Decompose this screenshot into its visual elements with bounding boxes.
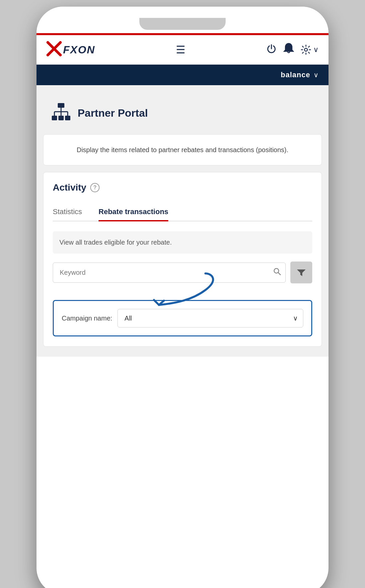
- search-input[interactable]: [53, 263, 286, 283]
- power-icon[interactable]: [266, 43, 277, 56]
- logo: FXON: [46, 41, 95, 58]
- header: FXON ☰: [36, 35, 328, 65]
- campaign-select[interactable]: All: [117, 309, 303, 327]
- rebate-description: View all trades eligible for your rebate…: [53, 231, 312, 254]
- tab-statistics[interactable]: Statistics: [53, 203, 82, 221]
- portal-header: Partner Portal: [43, 95, 322, 131]
- balance-chevron-icon: ∨: [314, 71, 319, 79]
- campaign-row: Campaign name: All ∨: [62, 309, 303, 327]
- tab-rebate-transactions[interactable]: Rebate transactions: [99, 203, 168, 221]
- settings-chevron: ∨: [313, 45, 319, 54]
- search-area: [53, 262, 312, 293]
- campaign-select-wrap: All ∨: [117, 309, 303, 327]
- phone-frame: FXON ☰: [36, 7, 328, 588]
- logo-x-icon: [46, 41, 62, 58]
- portal-title: Partner Portal: [78, 107, 148, 119]
- svg-rect-4: [58, 103, 64, 108]
- search-input-wrap: [53, 263, 286, 283]
- phone-top: [36, 7, 328, 33]
- balance-bar[interactable]: balance ∨: [36, 65, 328, 85]
- svg-point-3: [304, 48, 307, 51]
- activity-title: Activity: [53, 182, 86, 193]
- tabs: Statistics Rebate transactions: [53, 203, 312, 221]
- hamburger-menu[interactable]: ☰: [176, 44, 185, 55]
- search-icon[interactable]: [273, 267, 281, 277]
- activity-header: Activity ?: [53, 182, 312, 193]
- search-area-wrap: [53, 262, 312, 293]
- activity-section: Activity ? Statistics Rebate transaction…: [43, 172, 322, 347]
- rebate-description-text: View all trades eligible for your rebate…: [59, 239, 306, 246]
- svg-line-14: [278, 273, 281, 275]
- description-text: Display the items related to partner reb…: [53, 145, 312, 155]
- notch: [139, 18, 226, 30]
- partner-portal-icon: [51, 102, 71, 124]
- settings-group[interactable]: ∨: [301, 44, 319, 55]
- svg-rect-5: [52, 116, 57, 120]
- campaign-filter: Campaign name: All ∨: [53, 300, 312, 336]
- svg-rect-6: [58, 116, 64, 120]
- campaign-label: Campaign name:: [62, 315, 112, 322]
- svg-line-2: [54, 42, 60, 49]
- balance-label: balance: [281, 71, 310, 79]
- bell-icon[interactable]: [283, 43, 294, 57]
- description-card: Display the items related to partner reb…: [43, 134, 322, 165]
- filter-button[interactable]: [290, 262, 312, 283]
- help-icon[interactable]: ?: [90, 183, 100, 192]
- logo-text: FXON: [63, 44, 95, 56]
- header-right-icons: ∨: [266, 43, 319, 57]
- svg-rect-7: [65, 116, 70, 120]
- page-content: Partner Portal Display the items related…: [36, 85, 328, 357]
